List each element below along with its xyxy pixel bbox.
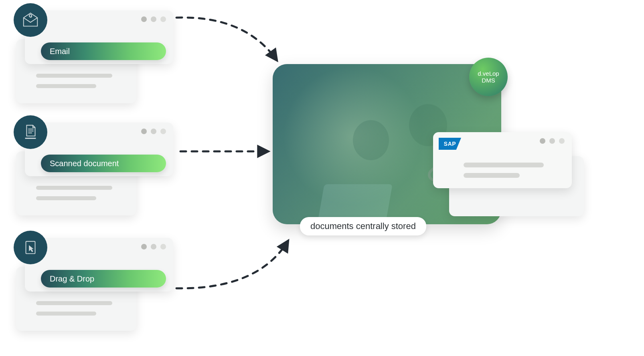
source-label-pill: Drag & Drop bbox=[41, 270, 166, 288]
cursor-icon bbox=[14, 231, 47, 264]
window-dot-icon bbox=[559, 138, 565, 144]
sap-integration-card: SAP bbox=[433, 132, 581, 216]
window-dot-icon bbox=[151, 129, 156, 134]
source-card-dragdrop: Drag & Drop bbox=[16, 232, 164, 320]
source-label-text: Drag & Drop bbox=[50, 274, 94, 284]
source-card-email: Email bbox=[16, 5, 164, 93]
source-label-text: Email bbox=[50, 47, 70, 56]
window-dot-icon bbox=[151, 16, 156, 22]
placeholder-line bbox=[36, 196, 96, 200]
window-dot-icon bbox=[141, 16, 147, 22]
placeholder-line bbox=[36, 312, 96, 316]
source-label-pill: Scanned document bbox=[41, 155, 166, 172]
source-label-pill: Email bbox=[41, 42, 166, 60]
placeholder-line bbox=[36, 84, 96, 88]
window-dot-icon bbox=[549, 138, 555, 144]
window-dot-icon bbox=[540, 138, 545, 144]
placeholder-line bbox=[464, 173, 520, 178]
placeholder-line bbox=[464, 163, 544, 167]
source-card-scan: Scanned document bbox=[16, 117, 164, 205]
badge-line2: DMS bbox=[482, 77, 495, 84]
window-mockup-front: SAP bbox=[433, 132, 572, 188]
window-dot-icon bbox=[160, 244, 166, 249]
window-dot-icon bbox=[141, 129, 147, 134]
destination-caption: documents centrally stored bbox=[300, 217, 426, 235]
window-dot-icon bbox=[141, 244, 147, 249]
placeholder-line bbox=[36, 186, 112, 190]
badge-line1: d.veLop bbox=[478, 70, 499, 77]
scan-icon bbox=[14, 115, 47, 149]
window-dot-icon bbox=[160, 129, 166, 134]
sap-logo-text: SAP bbox=[444, 141, 456, 147]
window-dot-icon bbox=[151, 244, 156, 249]
caption-text: documents centrally stored bbox=[310, 221, 416, 231]
placeholder-line bbox=[36, 74, 112, 78]
dvelop-dms-badge: d.veLop DMS bbox=[469, 58, 508, 96]
source-label-text: Scanned document bbox=[50, 159, 119, 168]
window-dot-icon bbox=[160, 16, 166, 22]
email-icon bbox=[14, 3, 47, 37]
placeholder-line bbox=[36, 301, 112, 305]
